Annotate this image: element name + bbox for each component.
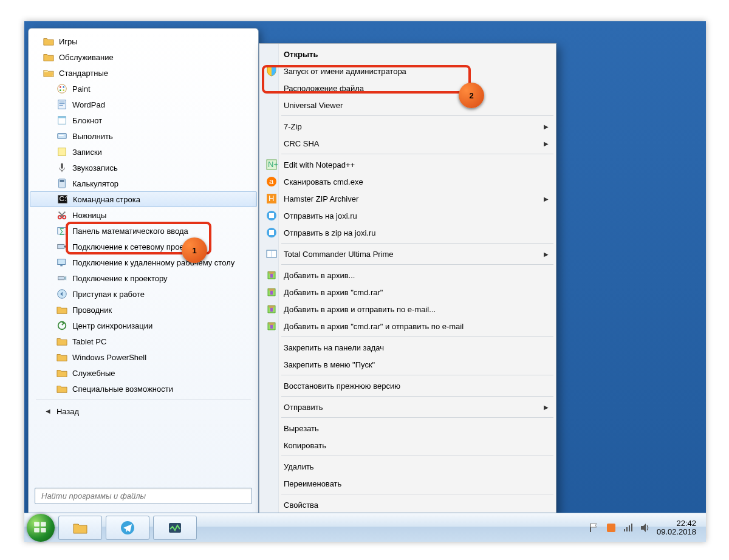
prog-label: Paint <box>72 84 91 94</box>
context-menu-item[interactable]: Добавить в архив "cmd.rar" и отправить п… <box>261 318 555 335</box>
folder-icon <box>43 52 54 63</box>
tray-date: 09.02.2018 <box>657 528 696 536</box>
context-menu-item[interactable]: aСканировать cmd.exe <box>261 173 555 190</box>
context-menu-label: Свойства <box>284 500 318 510</box>
accessory-notepad[interactable]: Блокнот <box>30 112 257 128</box>
context-menu-item[interactable]: Копировать <box>261 437 555 454</box>
context-menu-item[interactable]: Добавить в архив... <box>261 267 555 284</box>
sync-icon <box>56 320 67 331</box>
svg-rect-52 <box>34 528 39 533</box>
subfolder-item[interactable]: Служебные <box>30 365 257 381</box>
context-menu-item[interactable]: Закрепить в меню "Пуск" <box>261 356 555 373</box>
context-menu-label: Отправить на joxi.ru <box>284 211 357 220</box>
context-menu-item[interactable]: Закрепить на панели задач <box>261 339 555 356</box>
folder-icon <box>43 36 54 47</box>
context-menu-item[interactable]: 7-Zip▶ <box>261 118 555 135</box>
taskbar: 22:42 09.02.2018 <box>24 513 706 542</box>
accessory-wordpad[interactable]: WordPad <box>30 97 257 112</box>
prog-label: Выполнить <box>72 132 113 141</box>
svg-rect-47 <box>270 291 273 295</box>
accessory-calc[interactable]: Калькулятор <box>30 176 257 191</box>
folder-maintenance[interactable]: Обслуживание <box>30 49 257 65</box>
context-menu-item[interactable]: Запуск от имени администратора <box>261 63 555 80</box>
context-menu-item[interactable]: Добавить в архив "cmd.rar" <box>261 284 555 301</box>
subfolder-item[interactable]: Windows PowerShell <box>30 349 257 365</box>
svg-rect-5 <box>58 100 66 109</box>
accessory-mic[interactable]: Звукозапись <box>30 160 257 176</box>
folder-icon <box>56 352 67 363</box>
svg-point-32 <box>58 322 66 330</box>
context-menu-item[interactable]: Переименовать <box>261 475 555 492</box>
accessory-proj[interactable]: Подключение к проектору <box>30 270 257 286</box>
svg-rect-29 <box>60 265 63 267</box>
accessory-paint[interactable]: Paint <box>30 81 257 97</box>
accessory-explorer[interactable]: Проводник <box>30 302 257 318</box>
context-menu-item[interactable]: Свойства <box>261 496 555 513</box>
context-menu-item[interactable]: Добавить в архив и отправить по e-mail..… <box>261 301 555 318</box>
context-menu-item[interactable]: Открыть <box>261 46 555 63</box>
context-menu-separator <box>281 417 553 418</box>
folder-games[interactable]: Игры <box>30 33 257 49</box>
accessory-cmd[interactable]: C:\Командная строка <box>30 191 257 207</box>
context-menu-label: CRC SHA <box>284 139 320 148</box>
svg-rect-48 <box>270 308 273 312</box>
context-menu-item[interactable]: Universal Viewer <box>261 97 555 114</box>
prog-label: Блокнот <box>72 116 102 125</box>
accessory-getting[interactable]: Приступая к работе <box>30 286 257 302</box>
context-menu-item[interactable]: Удалить <box>261 458 555 475</box>
context-menu-item[interactable]: Отправить на joxi.ru <box>261 207 555 224</box>
context-menu-label: Копировать <box>284 441 326 450</box>
tray-flag-icon[interactable] <box>589 522 600 533</box>
context-menu-item[interactable]: CRC SHA▶ <box>261 135 555 152</box>
context-menu-item[interactable]: HHamster ZIP Archiver▶ <box>261 190 555 207</box>
prog-label: Калькулятор <box>72 179 118 188</box>
subfolder-item[interactable]: Tablet PC <box>30 333 257 349</box>
context-menu-item[interactable]: Восстановить прежнюю версию <box>261 377 555 394</box>
context-menu-item[interactable]: Расположение файла <box>261 80 555 97</box>
accessory-sticky[interactable]: Записки <box>30 144 257 160</box>
submenu-arrow-icon: ▶ <box>544 251 549 258</box>
context-menu-item[interactable]: Отправить в zip на joxi.ru <box>261 224 555 241</box>
taskbar-pinned-explorer[interactable] <box>58 516 102 540</box>
snip-icon <box>56 210 67 220</box>
tray-clock[interactable]: 22:42 09.02.2018 <box>657 519 696 536</box>
getting-icon <box>56 289 67 299</box>
tray-app-icon[interactable] <box>606 522 617 533</box>
context-menu-label: Открыть <box>284 50 318 59</box>
svg-rect-45 <box>272 251 276 257</box>
accessory-netproj[interactable]: Подключение к сетевому проектору <box>30 239 257 254</box>
accessory-run[interactable]: Выполнить <box>30 128 257 144</box>
prog-label: Приступая к работе <box>72 290 145 299</box>
accessory-sync[interactable]: Центр синхронизации <box>30 318 257 333</box>
context-menu-item[interactable]: N+Edit with Notepad++ <box>261 156 555 173</box>
subfolder-item[interactable]: Специальные возможности <box>30 381 257 397</box>
search-wrap <box>29 483 258 513</box>
tray-network-icon[interactable] <box>623 522 634 533</box>
accessory-rdp[interactable]: Подключение к удаленному рабочему столу <box>30 254 257 270</box>
folder-accessories[interactable]: Стандартные <box>30 65 257 81</box>
start-button[interactable] <box>27 514 55 542</box>
prog-label: Подключение к проектору <box>72 274 168 283</box>
svg-rect-12 <box>59 135 64 136</box>
search-input[interactable] <box>35 488 252 504</box>
tray-volume-icon[interactable] <box>640 522 651 533</box>
svg-rect-7 <box>60 103 65 104</box>
context-menu-label: Расположение файла <box>284 84 364 93</box>
accessory-math[interactable]: ∑Панель математического ввода <box>30 223 257 239</box>
context-menu-label: Добавить в архив "cmd.rar" <box>284 288 383 297</box>
folder-label: Специальные возможности <box>72 384 173 394</box>
accessory-snip[interactable]: Ножницы <box>30 207 257 223</box>
submenu-arrow-icon: ▶ <box>544 123 549 130</box>
rdp-icon <box>56 257 67 268</box>
back-button[interactable]: ◄ Назад <box>30 402 257 420</box>
winrar-icon <box>265 286 278 298</box>
svg-rect-60 <box>631 524 632 531</box>
context-menu-item[interactable]: Вырезать <box>261 420 555 437</box>
context-menu-item[interactable]: Отправить▶ <box>261 398 555 415</box>
separator <box>36 399 251 400</box>
svg-rect-50 <box>34 522 39 527</box>
context-menu-item[interactable]: Total Commander Ultima Prime▶ <box>261 245 555 262</box>
taskbar-app-telegram[interactable] <box>106 516 149 540</box>
svg-point-4 <box>63 89 64 91</box>
taskbar-app-taskmgr[interactable] <box>153 516 197 540</box>
